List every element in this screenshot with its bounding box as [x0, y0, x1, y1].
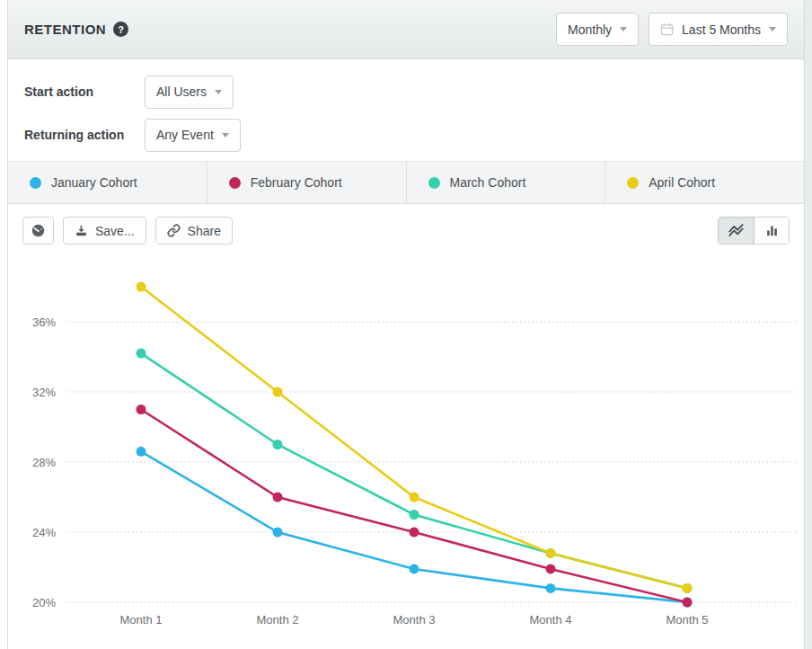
- header-controls: Monthly Last 5 Months: [556, 13, 788, 46]
- retention-report: RETENTION ? Monthly L: [0, 0, 812, 649]
- returning-action-label: Returning action: [24, 128, 145, 142]
- line-chart-icon: [728, 223, 745, 238]
- legend-item-january[interactable]: January Cohort: [8, 162, 207, 203]
- legend-label: April Cohort: [649, 175, 715, 190]
- legend-item-april[interactable]: April Cohort: [605, 162, 804, 203]
- link-icon: [167, 224, 181, 237]
- svg-text:Month 2: Month 2: [257, 613, 299, 627]
- calendar-icon: [660, 22, 674, 36]
- chevron-down-icon: [215, 90, 222, 94]
- chart-toolbar: Save... Share: [8, 204, 804, 255]
- save-button[interactable]: Save...: [63, 217, 146, 244]
- svg-text:Month 3: Month 3: [393, 613, 436, 627]
- chart-area: 20%24%28%32%36%Month 1Month 2Month 3Mont…: [8, 255, 804, 649]
- legend-label: February Cohort: [251, 175, 342, 190]
- chevron-down-icon: [222, 133, 229, 138]
- granularity-dropdown[interactable]: Monthly: [556, 13, 639, 46]
- page-title: RETENTION: [24, 22, 106, 37]
- svg-text:20%: 20%: [32, 596, 56, 609]
- chevron-down-icon: [769, 27, 776, 31]
- svg-text:36%: 36%: [32, 316, 56, 329]
- start-action-label: Start action: [24, 84, 145, 99]
- share-button[interactable]: Share: [155, 217, 233, 244]
- report-header: RETENTION ? Monthly L: [8, 0, 804, 59]
- filters-section: Start action All Users Returning action …: [8, 59, 804, 162]
- start-action-row: Start action All Users: [24, 72, 804, 111]
- retention-line-chart[interactable]: 20%24%28%32%36%Month 1Month 2Month 3Mont…: [8, 255, 804, 649]
- returning-action-row: Returning action Any Event: [24, 115, 804, 155]
- right-gutter: [805, 0, 812, 649]
- legend-label: January Cohort: [51, 175, 137, 190]
- download-icon: [75, 224, 88, 237]
- line-chart-toggle-button[interactable]: [719, 218, 754, 244]
- gauge-icon: [31, 223, 46, 238]
- legend-item-february[interactable]: February Cohort: [207, 162, 407, 203]
- granularity-value: Monthly: [568, 22, 612, 37]
- series-color-dot: [428, 177, 440, 189]
- svg-text:28%: 28%: [32, 456, 56, 469]
- date-range-dropdown[interactable]: Last 5 Months: [649, 13, 788, 46]
- svg-text:32%: 32%: [32, 386, 56, 399]
- chevron-down-icon: [620, 27, 627, 31]
- help-icon[interactable]: ?: [113, 22, 128, 37]
- chart-type-toggle: [718, 217, 790, 244]
- legend-label: March Cohort: [450, 175, 526, 190]
- svg-text:Month 5: Month 5: [666, 613, 709, 627]
- svg-text:Month 1: Month 1: [120, 613, 163, 627]
- returning-action-value: Any Event: [156, 128, 214, 142]
- start-action-dropdown[interactable]: All Users: [145, 76, 234, 109]
- svg-text:24%: 24%: [32, 526, 56, 539]
- legend-item-march[interactable]: March Cohort: [407, 162, 606, 203]
- series-color-dot: [30, 177, 41, 189]
- add-to-dashboard-button[interactable]: [22, 217, 54, 244]
- bar-chart-icon: [764, 223, 780, 238]
- svg-text:Month 4: Month 4: [530, 613, 572, 627]
- cohort-legend: January Cohort February Cohort March Coh…: [8, 162, 804, 204]
- start-action-value: All Users: [156, 84, 207, 99]
- returning-action-dropdown[interactable]: Any Event: [145, 119, 241, 152]
- bar-chart-toggle-button[interactable]: [754, 218, 789, 244]
- save-button-label: Save...: [95, 224, 135, 238]
- series-color-dot: [229, 177, 241, 189]
- series-color-dot: [627, 177, 639, 189]
- date-range-value: Last 5 Months: [682, 22, 761, 37]
- share-button-label: Share: [188, 224, 221, 238]
- report-panel: RETENTION ? Monthly L: [7, 0, 805, 649]
